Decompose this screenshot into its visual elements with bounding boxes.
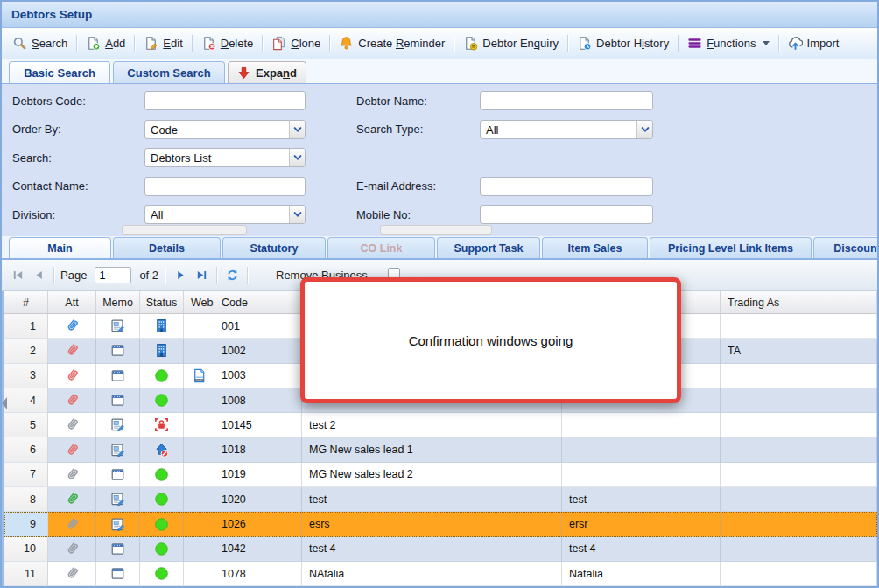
main-toolbar: SearchAddEditDeleteCloneCreate ReminderD… (2, 28, 877, 60)
search-type-field-label: Search Type: (356, 122, 480, 136)
debtor-history-button[interactable]: Debtor History (571, 32, 675, 56)
functions-button[interactable]: Functions (681, 32, 775, 56)
status-cell (140, 339, 184, 363)
tab-basic-search[interactable]: Basic Search (9, 61, 110, 83)
column-header-blank[interactable]: # (4, 291, 48, 313)
chevron-down-icon (763, 41, 770, 46)
tab-label: Expand (256, 66, 297, 80)
table-row[interactable]: 510145test 2 (4, 413, 877, 438)
row-number-cell: 1 (4, 314, 48, 339)
pager-separator (165, 267, 165, 284)
tab-main[interactable]: Main (9, 237, 111, 258)
name-cell: test 4 (302, 537, 562, 562)
status-cell (140, 487, 184, 512)
debtor-enquiry-button[interactable]: Debtor Enquiry (457, 32, 565, 56)
history-icon (577, 36, 592, 51)
attachment-cell (48, 438, 96, 462)
debtor-name-input[interactable] (480, 91, 653, 110)
active-status-icon (153, 565, 170, 582)
column-header-memo[interactable]: Memo (96, 291, 140, 313)
debtor-history-label: Debtor History (596, 37, 669, 50)
refresh-button[interactable] (222, 266, 242, 285)
chevron-down-icon (289, 149, 305, 166)
trading-as-cell (721, 314, 877, 339)
tab-expand[interactable]: Expand (228, 61, 306, 83)
first-page-button[interactable] (8, 266, 27, 285)
table-row[interactable]: 101042test 4test 4 (4, 537, 877, 562)
memo-cell (96, 388, 140, 413)
attachment-cell (48, 537, 96, 562)
search-type-select[interactable]: All (480, 120, 653, 139)
division-select[interactable]: All (144, 205, 306, 224)
detail-tab-strip: MainDetailsStatutoryCO LinkSupport TaskI… (2, 236, 877, 260)
tab-statutory[interactable]: Statutory (222, 237, 326, 258)
toolbar-separator (76, 35, 77, 52)
collapse-panel-handle[interactable] (2, 397, 7, 410)
tab-custom-search[interactable]: Custom Search (113, 61, 225, 83)
memo-cell (96, 413, 140, 438)
status-cell (140, 438, 184, 462)
column-header-trading-as[interactable]: Trading As (721, 291, 877, 313)
next-page-button[interactable] (171, 266, 190, 285)
table-row[interactable]: 71019MG New sales lead 2 (4, 463, 877, 487)
table-row[interactable]: 111078NAtaliaNatalia (4, 562, 877, 586)
debtors-code-input[interactable] (144, 91, 306, 110)
attachment-icon (64, 342, 81, 359)
trading-as-cell (721, 512, 877, 536)
website-cell (184, 413, 214, 438)
delete-button[interactable]: Delete (195, 32, 260, 56)
import-button[interactable]: Import (782, 32, 846, 56)
table-row[interactable]: 61018MG New sales lead 1 (4, 438, 877, 462)
import-label: Import (807, 37, 840, 50)
clone-button[interactable]: Clone (265, 32, 327, 56)
tab-details[interactable]: Details (113, 237, 221, 258)
memo-blank-icon (109, 342, 126, 359)
row-number-cell: 7 (4, 463, 48, 487)
memo-edit-icon (109, 516, 126, 533)
website-icon: www (191, 368, 207, 384)
locked-status-icon (153, 416, 170, 433)
memo-edit-icon (109, 491, 126, 508)
column-header-att[interactable]: Att (48, 291, 96, 313)
website-cell: www (184, 364, 214, 388)
name-cell: MG New sales lead 1 (302, 438, 562, 462)
add-label: Add (105, 37, 125, 50)
search-button[interactable]: Search (6, 32, 74, 56)
contact-name-input[interactable] (144, 177, 306, 196)
building-icon (153, 318, 170, 334)
attachment-icon (64, 516, 81, 533)
toolbar-separator (454, 35, 454, 52)
division-value: All (145, 206, 289, 223)
edit-button[interactable]: Edit (137, 32, 188, 56)
add-button[interactable]: Add (80, 32, 131, 56)
column-header-webs[interactable]: Webs (184, 291, 214, 313)
column-header-code[interactable]: Code (214, 291, 302, 313)
tab-pricing-level-link-items[interactable]: Pricing Level Link Items (650, 237, 812, 258)
tab-discount[interactable]: Discount (813, 237, 877, 258)
debtor-name-field-label: Debtor Name: (356, 94, 480, 108)
tab-support-task[interactable]: Support Task (437, 237, 540, 258)
table-row[interactable]: 81020testtest (4, 487, 877, 512)
memo-blank-icon (109, 466, 126, 483)
tab-label: Details (149, 242, 185, 255)
debtor-enquiry-label: Debtor Enquiry (482, 37, 559, 50)
name-cell: esrs (302, 512, 562, 536)
search-select[interactable]: Debtors List (144, 148, 306, 167)
column-header-status[interactable]: Status (140, 291, 184, 313)
tab-label: Custom Search (127, 66, 210, 80)
tab-item-sales[interactable]: Item Sales (542, 237, 648, 258)
active-status-icon (153, 392, 170, 409)
page-number-input[interactable] (95, 267, 131, 284)
functions-icon (687, 36, 702, 51)
row-number-cell: 8 (4, 487, 48, 512)
order-by-value: Code (145, 121, 289, 138)
order-by-select[interactable]: Code (144, 120, 306, 139)
mobile-no-input[interactable] (480, 205, 653, 224)
last-page-button[interactable] (192, 266, 211, 285)
e-mail-address-input[interactable] (480, 177, 653, 196)
create-reminder-button[interactable]: Create Reminder (333, 32, 451, 56)
prev-page-button[interactable] (29, 266, 48, 285)
memo-cell (96, 364, 140, 388)
delete-icon (201, 36, 216, 51)
table-row[interactable]: 91026esrsersr (4, 512, 877, 536)
